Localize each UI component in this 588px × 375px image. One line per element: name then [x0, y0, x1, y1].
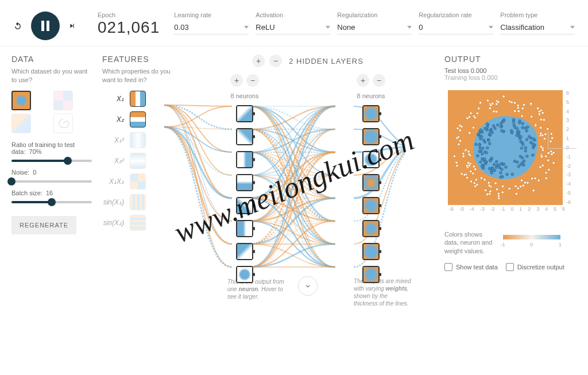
problem-type-select[interactable]: Classification [500, 21, 575, 34]
svg-point-159 [467, 150, 470, 153]
dataset-gauss[interactable] [11, 114, 31, 133]
neuron[interactable] [236, 105, 253, 122]
svg-point-81 [525, 129, 528, 132]
noise-slider[interactable] [11, 180, 92, 183]
svg-point-222 [538, 110, 540, 113]
neuron[interactable] [362, 220, 380, 237]
svg-point-70 [489, 142, 491, 145]
svg-point-97 [478, 133, 480, 135]
svg-point-207 [521, 107, 524, 110]
svg-point-213 [495, 110, 497, 113]
activation-select[interactable]: ReLU [256, 21, 330, 34]
svg-point-84 [483, 157, 486, 160]
neuron[interactable] [362, 151, 380, 168]
dataset-spiral[interactable] [53, 114, 73, 133]
svg-point-227 [485, 189, 487, 191]
remove-neuron-button[interactable]: − [246, 74, 259, 87]
svg-point-121 [517, 165, 520, 168]
neuron[interactable] [362, 174, 380, 191]
test-loss: Test loss 0.000 [444, 67, 577, 74]
add-neuron-button[interactable]: + [230, 74, 243, 87]
batch-slider[interactable] [11, 201, 92, 203]
svg-point-36 [483, 141, 486, 143]
feature-toggle[interactable] [130, 215, 146, 231]
add-neuron-button[interactable]: + [357, 74, 369, 87]
svg-point-252 [519, 185, 521, 187]
show-test-data-checkbox[interactable]: Show test data [444, 263, 498, 271]
neuron[interactable] [236, 151, 253, 168]
regenerate-button[interactable]: REGENERATE [11, 216, 76, 234]
svg-point-162 [508, 187, 510, 190]
neuron[interactable] [236, 243, 253, 260]
svg-point-127 [490, 157, 493, 159]
svg-point-169 [475, 179, 477, 181]
svg-point-125 [523, 164, 525, 166]
svg-point-201 [540, 156, 543, 158]
svg-point-178 [457, 127, 459, 129]
svg-point-212 [502, 95, 505, 98]
hidden-layer-2: + − 8 neurons [357, 74, 385, 289]
layer-neuron-count: 8 neurons [231, 92, 259, 99]
svg-point-197 [527, 181, 529, 184]
step-button[interactable] [67, 20, 79, 32]
ratio-label: Ratio of training to test data: 70% [11, 141, 92, 155]
svg-point-77 [488, 167, 490, 169]
neuron[interactable] [362, 266, 380, 283]
svg-point-236 [463, 173, 466, 176]
neuron[interactable] [236, 220, 253, 237]
regularization-rate-select[interactable]: 0 [419, 21, 493, 34]
svg-point-232 [497, 197, 500, 199]
neuron[interactable] [362, 128, 380, 145]
learning-rate-label: Learning rate [174, 11, 249, 18]
dataset-xor[interactable] [53, 91, 73, 110]
remove-neuron-button[interactable]: − [373, 74, 385, 87]
svg-point-68 [490, 172, 493, 174]
svg-point-188 [521, 115, 523, 117]
svg-point-146 [539, 166, 541, 168]
feature-toggle[interactable] [130, 132, 146, 148]
svg-point-206 [480, 177, 482, 179]
svg-point-260 [496, 188, 498, 191]
feature-toggle[interactable] [130, 173, 146, 190]
reset-button[interactable] [11, 20, 24, 32]
svg-point-179 [489, 192, 491, 195]
svg-point-144 [524, 181, 526, 184]
neuron[interactable] [362, 197, 380, 214]
ratio-slider[interactable] [11, 160, 92, 162]
neuron[interactable] [236, 174, 253, 191]
neuron[interactable] [362, 243, 380, 260]
features-title: FEATURES [102, 55, 171, 64]
svg-point-103 [525, 138, 528, 141]
neuron[interactable] [236, 128, 253, 145]
discretize-output-checkbox[interactable]: Discretize output [506, 263, 564, 271]
x-axis-ticks: -6-5-4-3-2-10123456 [448, 206, 566, 212]
feature-toggle[interactable] [130, 91, 146, 107]
feature-toggle[interactable] [130, 111, 146, 127]
chevron-down-icon [489, 26, 493, 29]
dataset-circle[interactable] [11, 91, 31, 110]
neuron[interactable] [362, 105, 380, 122]
learning-rate-select[interactable]: 0.03 [174, 21, 249, 34]
expand-button[interactable] [298, 276, 318, 296]
activation-label: Activation [256, 11, 330, 18]
neuron[interactable] [236, 197, 253, 214]
svg-point-194 [458, 143, 460, 145]
add-layer-button[interactable]: + [252, 55, 265, 67]
remove-layer-button[interactable]: − [269, 55, 282, 67]
feature-toggle[interactable] [130, 153, 146, 169]
svg-point-225 [479, 102, 481, 104]
play-pause-button[interactable] [31, 11, 60, 40]
svg-point-71 [500, 176, 502, 178]
svg-point-38 [520, 140, 522, 142]
chevron-down-icon [570, 26, 575, 29]
svg-point-257 [470, 180, 472, 183]
regularization-select[interactable]: None [337, 21, 412, 34]
svg-point-62 [484, 160, 486, 163]
pause-icon [41, 21, 49, 31]
output-heatmap[interactable]: 6543210-1-2-3-4-5-6 [448, 90, 563, 205]
feature-toggle[interactable] [130, 194, 146, 210]
svg-point-263 [545, 172, 547, 174]
svg-point-256 [486, 193, 488, 195]
svg-point-189 [493, 110, 495, 113]
neuron[interactable] [236, 266, 253, 283]
